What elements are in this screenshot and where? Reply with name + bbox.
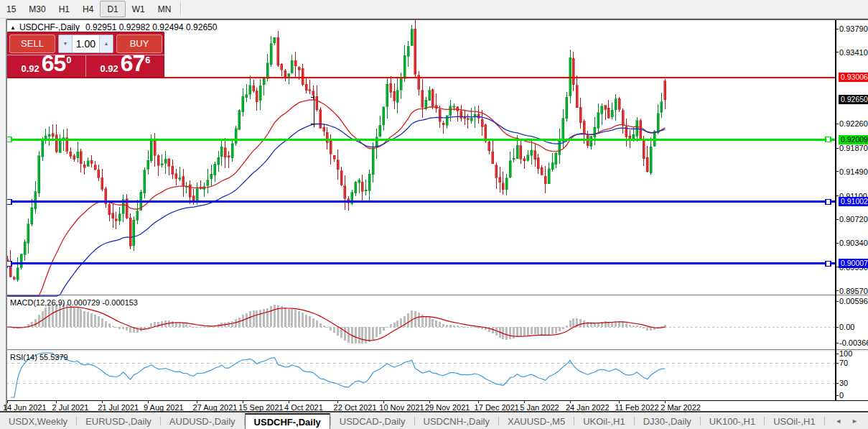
- price-tick-label: 0.91870: [839, 144, 868, 152]
- date-tick-label: 27 Aug 2021: [193, 403, 238, 412]
- price-tick-label: 0.90720: [839, 215, 868, 223]
- date-tick-label: 9 Aug 2021: [144, 403, 184, 412]
- tab-audusd-daily[interactable]: AUDUSD-,Daily: [161, 413, 244, 429]
- sell-price-pip: 0: [66, 55, 71, 65]
- price-tick-label: 0.005963: [839, 297, 868, 305]
- date-tick-label: 24 Jan 2022: [566, 403, 610, 412]
- price-tick-label: 100: [839, 349, 852, 358]
- tab-usdx-weekly[interactable]: USDX,Weekly: [0, 413, 76, 429]
- tab-uk100-h1[interactable]: UK100-,H1: [701, 413, 764, 429]
- price-badge-0.92650: 0.92650: [839, 95, 868, 104]
- date-tick-label: 2 Jul 2021: [52, 403, 89, 412]
- volume-value[interactable]: 1.00: [73, 35, 99, 52]
- symbol-tab-bar: USDX,WeeklyEURUSD-,DailyAUDUSD-,DailyUSD…: [0, 413, 868, 429]
- date-tick-label: 4 Oct 2021: [284, 403, 323, 412]
- buy-price-pip: 6: [145, 55, 150, 65]
- price-tick-label: 0.93410: [839, 48, 868, 57]
- volume-increase-icon[interactable]: ▲: [99, 35, 113, 52]
- date-tick-label: 11 Feb 2022: [615, 403, 659, 412]
- price-tick-label: 0.00: [839, 323, 854, 331]
- price-tick-label: 70: [839, 359, 848, 367]
- tab-usdchf-daily[interactable]: USDCHF-,Daily: [245, 413, 330, 429]
- price-tick-label: 0.89570: [839, 287, 868, 295]
- tab-usdcad-daily[interactable]: USDCAD-,Daily: [331, 413, 414, 429]
- chart-title: ▲USDCHF-,Daily0.92951 0.92982 0.92494 0.…: [10, 22, 217, 32]
- tab-dj30-daily[interactable]: DJ30-,Daily: [635, 413, 700, 429]
- date-tick-label: 14 Jun 2021: [3, 403, 47, 412]
- price-badge-0.90007: 0.90007: [839, 259, 868, 268]
- buy-price[interactable]: 0.92 67 6: [86, 55, 164, 77]
- date-tick-label: 2 Mar 2022: [661, 403, 701, 412]
- tab-usoil-h1[interactable]: USOil-,H1: [765, 413, 824, 429]
- tab-ukoil-h1[interactable]: UKOil-,H1: [574, 413, 634, 429]
- collapse-icon[interactable]: ▲: [10, 24, 16, 31]
- price-tick-label: 30: [839, 379, 848, 387]
- price-tick-label: 0: [839, 391, 844, 400]
- date-tick-label: 21 Jul 2021: [98, 403, 139, 412]
- sell-price-prefix: 0.92: [21, 64, 39, 73]
- tab-scroll-right-icon[interactable]: ►: [851, 418, 858, 425]
- tab-scroll-controls: ◄►: [835, 413, 868, 429]
- price-tick-label: 0.91490: [839, 167, 868, 176]
- buy-price-main: 67: [121, 52, 145, 75]
- macd-label: MACD(12,26,9) 0.000729 -0.000153: [10, 298, 138, 307]
- tab-xauusd-m5[interactable]: XAUUSD-,M5: [499, 413, 574, 429]
- buy-price-prefix: 0.92: [100, 64, 118, 73]
- chart-window-left-border: [0, 19, 7, 412]
- chart-symbol-label: USDCHF-,Daily: [19, 22, 80, 32]
- rsi-label: RSI(14) 55.5379: [10, 353, 68, 361]
- sell-price[interactable]: 0.92 65 0: [7, 55, 86, 77]
- price-tick-label: 0.90340: [839, 239, 868, 247]
- price-badge-0.91002: 0.91002: [839, 197, 868, 206]
- volume-stepper: ▼ 1.00 ▲: [58, 34, 113, 53]
- volume-decrease-icon[interactable]: ▼: [59, 35, 73, 52]
- sell-price-main: 65: [42, 52, 66, 75]
- price-tick-label: 0.93790: [839, 24, 868, 33]
- chart-ohlc-values: 0.92951 0.92982 0.92494 0.92650: [85, 22, 218, 32]
- tab-separator: [824, 417, 825, 425]
- one-click-trade-panel: SELL ▼ 1.00 ▲ BUY 0.92 65 0 0.92 67 6: [7, 32, 164, 78]
- tab-scroll-left-icon[interactable]: ◄: [835, 418, 841, 425]
- date-tick-label: 17 Dec 2021: [475, 403, 519, 412]
- date-tick-label: 10 Nov 2021: [379, 403, 424, 412]
- price-badge-0.92009: 0.92009: [839, 135, 868, 144]
- price-badge-0.93006: 0.93006: [839, 73, 868, 82]
- date-tick-label: 29 Nov 2021: [425, 403, 470, 412]
- price-tick-label: 0.92260: [839, 119, 868, 128]
- mt4-window: 15M30H1H4D1W1MN ▲USDCHF-,Daily0.92951 0.…: [0, 0, 868, 429]
- date-tick-label: 15 Sep 2021: [238, 403, 283, 412]
- date-tick-label: 22 Oct 2021: [334, 403, 377, 412]
- price-tick-label: -0.00366: [839, 338, 868, 347]
- tab-usdcnh-daily[interactable]: USDCNH-,Daily: [415, 413, 498, 429]
- date-tick-label: 5 Jan 2022: [520, 403, 559, 412]
- tab-eurusd-daily[interactable]: EURUSD-,Daily: [77, 413, 160, 429]
